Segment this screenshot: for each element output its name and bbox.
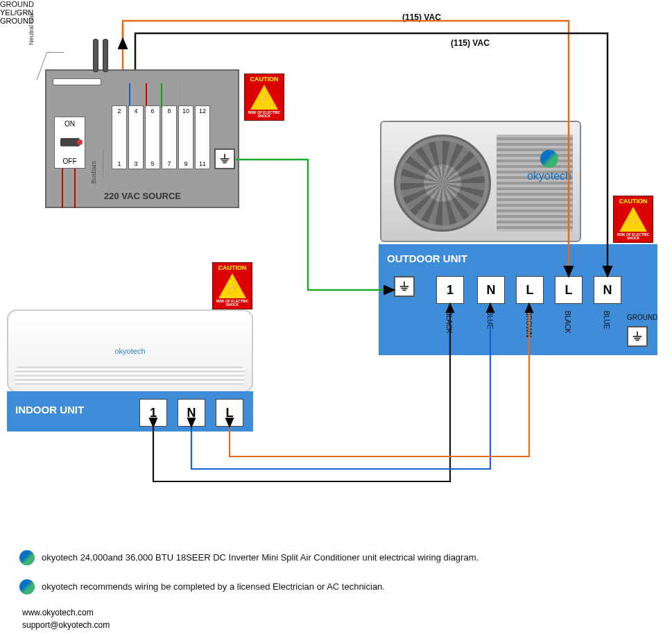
warning-icon (218, 273, 246, 298)
caution-sub-1: RISK OF ELECTRIC SHOCK (245, 111, 284, 118)
caution-title-3: CAUTION (619, 198, 648, 205)
breaker-row: 21 43 65 87 109 1211 (112, 105, 210, 169)
bkr-bot-0: 1 (112, 160, 126, 167)
neutral-bar (53, 78, 101, 85)
wire-color-n2: BLUE (603, 311, 610, 329)
outdoor-terminal-1: 1 (436, 276, 464, 304)
bkr-bot-5: 11 (196, 160, 209, 167)
note-2: okyotech recommends wiring be completed … (42, 581, 385, 592)
outdoor-terminal-n2: N (594, 276, 621, 304)
vac-label-2: (115) VAC (451, 38, 490, 48)
main-off-label: OFF (55, 157, 85, 165)
panel-lead-b (103, 39, 108, 72)
neutral-bar-label: Neutral Bar (28, 13, 35, 45)
indoor-terminal-n: N (178, 399, 205, 427)
note-1: okyotech 24,000and 36,000 BTU 18SEER DC … (42, 552, 479, 563)
bkr-bot-4: 9 (179, 160, 193, 167)
main-on-label: ON (55, 120, 85, 128)
bkr-bot-1: 3 (129, 160, 143, 167)
bkr-top-5: 12 (196, 108, 209, 114)
outdoor-ground-terminal-2 (627, 326, 648, 347)
bkr-bot-3: 7 (162, 160, 176, 167)
outdoor-condenser: okyotech (380, 121, 581, 242)
caution-sign-indoor: CAUTIONRISK OF ELECTRIC SHOCK (212, 262, 252, 309)
logo-icon (540, 150, 558, 168)
outdoor-ground-terminal (394, 276, 415, 297)
louvers (497, 135, 573, 232)
outdoor-title: OUTDOOR UNIT (387, 253, 467, 264)
wire-color-1: BLACK (445, 311, 453, 334)
warning-icon (619, 207, 647, 232)
caution-title-1: CAUTION (250, 76, 279, 83)
outdoor-brand-text: okyotech (527, 170, 571, 182)
bkr-top-3: 8 (162, 108, 176, 114)
bullet-icon-2 (19, 579, 35, 595)
bkr-top-0: 2 (112, 108, 126, 114)
outdoor-terminal-l2: L (555, 276, 583, 304)
bkr-top-2: 6 (146, 108, 160, 114)
indoor-title: INDOOR UNIT (15, 404, 84, 416)
panel-stub-white (179, 83, 180, 108)
caution-title-2: CAUTION (218, 264, 247, 271)
panel-ground-symbol (214, 148, 235, 169)
panel-stub-red (146, 83, 147, 108)
ground-label-1: GROUND (0, 0, 672, 8)
indoor-unit: okyotech (7, 309, 253, 393)
caution-sign-panel: CAUTIONRISK OF ELECTRIC SHOCK (244, 74, 284, 121)
main-lever (60, 138, 80, 146)
warning-icon (250, 85, 278, 110)
bkr-bot-2: 5 (146, 160, 160, 167)
panel-lead-a (93, 39, 98, 72)
indoor-brand: okyotech (8, 347, 252, 355)
panel-stub-green (161, 83, 162, 108)
caution-sign-outdoor: CAUTIONRISK OF ELECTRIC SHOCK (613, 196, 653, 243)
main-breaker: ON OFF (54, 117, 85, 169)
ground-label-2: GROUND (0, 17, 672, 25)
wire-color-l1: BROWN (525, 311, 533, 337)
website: www.okyotech.com (22, 608, 94, 617)
panel-source-label: 220 VAC SOURCE (104, 191, 181, 201)
caution-sub-3: RISK OF ELECTRIC SHOCK (614, 233, 653, 240)
support-email: support@okyotech.com (22, 620, 110, 630)
bkr-top-4: 10 (179, 108, 193, 114)
caution-sub-2: RISK OF ELECTRIC SHOCK (213, 300, 252, 307)
busbars-arrow (103, 149, 103, 177)
fan-icon (394, 135, 491, 232)
wire-color-l2: BLACK (564, 311, 571, 334)
outdoor-terminal-n1: N (477, 276, 505, 304)
outdoor-terminal-l1: L (516, 276, 544, 304)
indoor-terminal-1: 1 (139, 399, 167, 427)
bkr-top-1: 4 (129, 108, 143, 114)
vac-label-1: (115) VAC (402, 12, 441, 22)
busbars-label: Busbars (90, 161, 97, 184)
bullet-icon-1 (19, 550, 35, 565)
indoor-terminal-l: L (216, 399, 243, 427)
panel-stub-blue (129, 83, 130, 108)
outdoor-ground-label: GROUND (627, 314, 657, 321)
outdoor-brand: okyotech (527, 150, 571, 182)
wire-color-n1: BLUE (486, 311, 494, 329)
ground-label-yelgrn: YEL/GRN (0, 8, 672, 17)
